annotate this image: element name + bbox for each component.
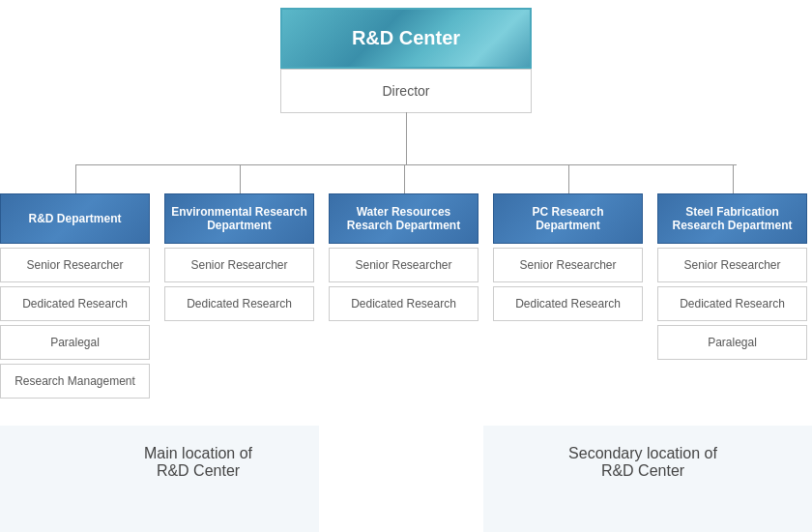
dept-item: Senior Researcher (164, 248, 314, 282)
connector-drop-2 (240, 164, 241, 193)
dept-item: Dedicated Research (657, 286, 807, 321)
dept-item: Research Management (0, 364, 150, 399)
location-secondary: Secondary location ofR&D Center (512, 445, 773, 480)
dept-header-rd: R&D Department (0, 193, 150, 244)
dept-col-water: Water Resources Resarch Department Senio… (329, 193, 478, 321)
dept-item: Senior Researcher (0, 248, 150, 282)
dept-col-rd: R&D Department Senior Researcher Dedicat… (0, 193, 150, 399)
connector-drop-3 (404, 164, 405, 193)
dept-header-pc: PC Research Department (493, 193, 643, 244)
connector-drop-4 (568, 164, 569, 193)
dept-item: Dedicated Research (164, 286, 314, 321)
dept-item: Dedicated Research (493, 286, 643, 321)
dept-item: Paralegal (0, 325, 150, 360)
org-chart: R&D Center Director R&D Department Senio… (0, 0, 812, 532)
dept-item: Senior Researcher (329, 248, 478, 282)
top-node-body: Director (280, 69, 532, 113)
top-node: R&D Center Director (280, 8, 532, 113)
dept-item: Paralegal (657, 325, 807, 360)
connector-horizontal (75, 164, 737, 165)
dept-item: Dedicated Research (0, 286, 150, 321)
connector-drop-1 (75, 164, 76, 193)
connector-drop-5 (733, 164, 734, 193)
dept-header-water: Water Resources Resarch Department (329, 193, 478, 244)
top-node-header-label: R&D Center (352, 27, 460, 48)
dept-header-env: Environmental Research Department (164, 193, 314, 244)
top-node-header: R&D Center (280, 8, 532, 69)
dept-item: Dedicated Research (329, 286, 478, 321)
dept-col-steel: Steel Fabrication Research Department Se… (657, 193, 807, 360)
connector-vertical-top (406, 112, 407, 165)
dept-item: Senior Researcher (493, 248, 643, 282)
director-label: Director (382, 83, 429, 99)
dept-item: Senior Researcher (657, 248, 807, 282)
dept-col-pc: PC Research Department Senior Researcher… (493, 193, 643, 321)
location-main: Main location ofR&D Center (77, 445, 319, 480)
dept-header-steel: Steel Fabrication Research Department (657, 193, 807, 244)
dept-col-env: Environmental Research Department Senior… (164, 193, 314, 321)
